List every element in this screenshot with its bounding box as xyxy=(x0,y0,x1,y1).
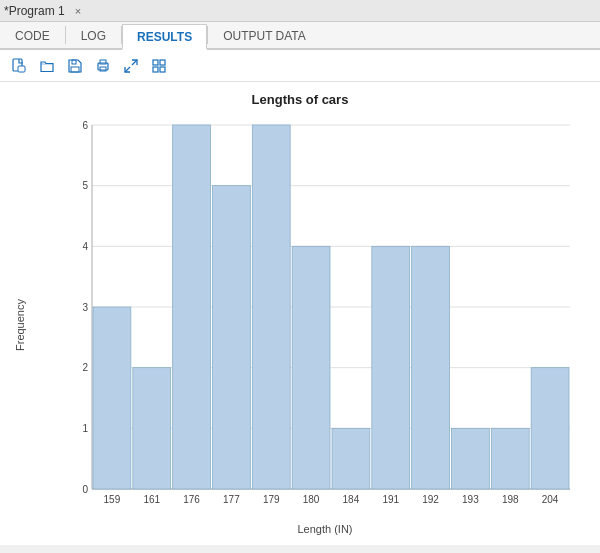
save-button[interactable] xyxy=(64,56,86,76)
program-title: *Program 1 xyxy=(4,4,65,18)
svg-text:1: 1 xyxy=(82,423,88,434)
svg-text:198: 198 xyxy=(502,494,519,505)
svg-rect-40 xyxy=(292,246,330,489)
tab-output-data[interactable]: OUTPUT DATA xyxy=(208,22,321,48)
svg-rect-42 xyxy=(332,428,370,489)
svg-rect-48 xyxy=(452,428,490,489)
svg-rect-30 xyxy=(93,307,131,489)
svg-rect-10 xyxy=(153,60,158,65)
print-button[interactable] xyxy=(92,56,114,76)
svg-text:192: 192 xyxy=(422,494,439,505)
svg-rect-50 xyxy=(491,428,529,489)
svg-text:5: 5 xyxy=(82,180,88,191)
svg-text:6: 6 xyxy=(82,120,88,131)
svg-rect-38 xyxy=(252,125,290,489)
svg-rect-44 xyxy=(372,246,410,489)
svg-rect-4 xyxy=(71,67,79,72)
svg-rect-32 xyxy=(133,368,171,489)
tab-code[interactable]: CODE xyxy=(0,22,65,48)
new-file-button[interactable] xyxy=(8,56,30,76)
grid-button[interactable] xyxy=(148,56,170,76)
x-axis-label: Length (IN) xyxy=(60,523,590,535)
open-file-button[interactable] xyxy=(36,56,58,76)
svg-rect-52 xyxy=(531,368,569,489)
tab-results[interactable]: RESULTS xyxy=(122,24,207,50)
svg-rect-1 xyxy=(18,66,25,72)
svg-rect-34 xyxy=(173,125,211,489)
svg-text:0: 0 xyxy=(82,484,88,495)
svg-line-9 xyxy=(125,67,130,72)
svg-line-8 xyxy=(132,60,137,65)
svg-text:179: 179 xyxy=(263,494,280,505)
svg-text:180: 180 xyxy=(303,494,320,505)
tab-bar: CODE LOG RESULTS OUTPUT DATA xyxy=(0,22,600,50)
svg-text:184: 184 xyxy=(343,494,360,505)
svg-rect-13 xyxy=(160,67,165,72)
svg-text:193: 193 xyxy=(462,494,479,505)
toolbar xyxy=(0,50,600,82)
tab-log[interactable]: LOG xyxy=(66,22,121,48)
svg-text:2: 2 xyxy=(82,362,88,373)
svg-text:176: 176 xyxy=(183,494,200,505)
chart-container: Lengths of cars Frequency 01234561591611… xyxy=(0,82,600,545)
svg-rect-11 xyxy=(160,60,165,65)
svg-rect-46 xyxy=(412,246,450,489)
title-bar: *Program 1 × xyxy=(0,0,600,22)
svg-rect-36 xyxy=(213,186,251,489)
chart-title: Lengths of cars xyxy=(10,92,590,107)
y-axis-label: Frequency xyxy=(10,115,30,535)
svg-text:4: 4 xyxy=(82,241,88,252)
svg-text:3: 3 xyxy=(82,302,88,313)
svg-text:159: 159 xyxy=(104,494,121,505)
svg-text:177: 177 xyxy=(223,494,240,505)
chart-wrapper: Frequency 012345615916117617717918018419… xyxy=(10,115,590,535)
expand-button[interactable] xyxy=(120,56,142,76)
svg-text:161: 161 xyxy=(143,494,160,505)
svg-text:191: 191 xyxy=(382,494,399,505)
chart-inner: 0123456159161176177179180184191192193198… xyxy=(30,115,590,535)
svg-text:204: 204 xyxy=(542,494,559,505)
close-button[interactable]: × xyxy=(71,5,85,17)
svg-rect-12 xyxy=(153,67,158,72)
